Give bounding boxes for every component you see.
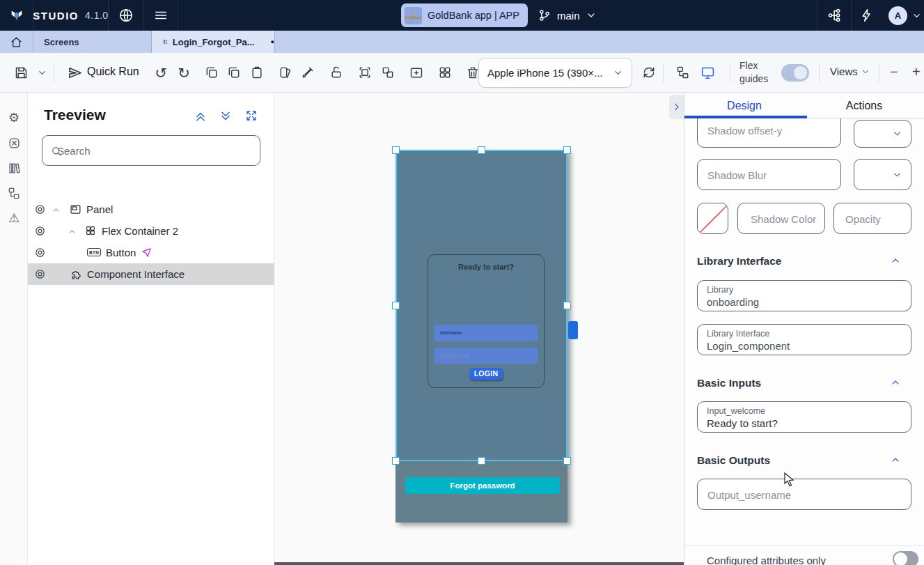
- selection-handle-e[interactable]: [563, 302, 571, 309]
- opacity-field[interactable]: Opacity: [833, 203, 911, 234]
- prototype-button[interactable]: [6, 134, 22, 151]
- forgot-password-button[interactable]: Forgot password: [405, 477, 560, 494]
- selection-handle-w[interactable]: [392, 302, 400, 309]
- home-tab[interactable]: [0, 31, 33, 53]
- styles-button[interactable]: [274, 61, 297, 84]
- visibility-eye-icon[interactable]: [34, 225, 46, 237]
- views-dropdown[interactable]: Views: [830, 65, 870, 77]
- paste-icon: [250, 65, 264, 79]
- warnings-button[interactable]: ⚠: [6, 210, 22, 226]
- main-menu-button[interactable]: [143, 0, 178, 31]
- section-collapse-button[interactable]: [890, 255, 901, 266]
- tab-login-forgot[interactable]: Login_Forgot_Pa... ●: [152, 31, 275, 53]
- library-interface-field[interactable]: Library Interface Login_component: [697, 324, 911, 355]
- tree-row-button[interactable]: BTN Button: [28, 242, 274, 263]
- app-selector[interactable]: ♛ GoldBank GoldBank app | APP: [401, 3, 528, 27]
- input-welcome-field[interactable]: Input_welcome Ready to start?: [697, 401, 911, 433]
- selected-component-interface[interactable]: Ready to start? Username Password LOGIN: [396, 150, 567, 461]
- collapse-all-button[interactable]: [194, 109, 207, 123]
- settings-button[interactable]: ⚙: [6, 109, 22, 126]
- library-field[interactable]: Library onboarding: [697, 280, 911, 311]
- design-canvas[interactable]: Ready to start? Username Password LOGIN …: [274, 93, 684, 565]
- tree-icon: [8, 187, 21, 200]
- ungroup-button[interactable]: [377, 61, 399, 84]
- visibility-eye-icon[interactable]: [34, 247, 46, 258]
- refresh-button[interactable]: [638, 61, 660, 84]
- treeview-panel: Treeview Panel Flex Container 2 BTN Butt…: [28, 93, 274, 565]
- tree-search[interactable]: [42, 135, 260, 166]
- lock-button[interactable]: [325, 61, 347, 84]
- welcome-text[interactable]: Ready to start?: [428, 263, 544, 271]
- visibility-eye-icon[interactable]: [34, 268, 46, 280]
- shadow-color-field[interactable]: Shadow Color: [737, 203, 825, 234]
- shadow-blur-field[interactable]: Shadow Blur: [697, 159, 841, 190]
- tree-row-flex-container[interactable]: Flex Container 2: [28, 220, 274, 242]
- visibility-eye-icon[interactable]: [34, 203, 46, 215]
- section-collapse-button[interactable]: [890, 454, 901, 465]
- events-button[interactable]: [856, 0, 877, 31]
- component-drag-handle[interactable]: [568, 321, 578, 339]
- design-properties-scroll[interactable]: Shadow offset-y Shadow Blur Shadow Color…: [684, 118, 924, 545]
- layers-button[interactable]: [6, 185, 22, 201]
- paste-button[interactable]: [246, 61, 268, 84]
- object-diagram-button[interactable]: [824, 0, 846, 31]
- expand-panel-button[interactable]: [245, 109, 259, 123]
- output-username-field[interactable]: Output_username: [697, 479, 911, 510]
- treeview-toggle-button[interactable]: [672, 61, 694, 84]
- components-button[interactable]: [434, 61, 456, 84]
- password-input[interactable]: Password: [434, 348, 538, 364]
- tab-design[interactable]: Design: [684, 93, 804, 118]
- preview-mode-button[interactable]: [696, 61, 719, 84]
- screen-tab-bar: Screens Login_Forgot_Pa... ●: [0, 31, 924, 53]
- quick-run-label[interactable]: Quick Run: [87, 65, 139, 78]
- device-selector[interactable]: Apple iPhone 15 (390×...: [478, 58, 632, 88]
- save-options-button[interactable]: [31, 61, 53, 84]
- phone-screen-mockup[interactable]: Ready to start? Username Password LOGIN …: [396, 150, 567, 523]
- tree-row-component-interface[interactable]: Component Interface: [28, 263, 274, 285]
- duplicate-button[interactable]: [201, 61, 223, 84]
- search-input[interactable]: [57, 137, 256, 164]
- expand-all-button[interactable]: [219, 109, 233, 123]
- panel-collapse-button[interactable]: [669, 95, 684, 119]
- selection-handle-s[interactable]: [478, 457, 485, 465]
- configured-attributes-toggle[interactable]: [893, 551, 918, 565]
- hierarchy-icon: [827, 8, 843, 23]
- home-icon: [10, 36, 23, 49]
- shadow-color-swatch[interactable]: [697, 203, 728, 234]
- shadow-offset-y-unit-select[interactable]: [854, 120, 911, 148]
- brand-name: STUDIO: [33, 10, 79, 22]
- zoom-out-button[interactable]: −: [890, 64, 898, 80]
- branch-selector[interactable]: main: [538, 0, 597, 31]
- user-menu[interactable]: A: [888, 0, 922, 31]
- selection-handle-sw[interactable]: [392, 457, 400, 465]
- language-button[interactable]: [109, 0, 143, 31]
- studio-logo[interactable]: [0, 0, 33, 31]
- zoom-in-button[interactable]: +: [912, 64, 921, 80]
- add-container-button[interactable]: [405, 61, 428, 84]
- tree-row-panel[interactable]: Panel: [28, 199, 274, 220]
- format-painter-button[interactable]: [297, 61, 319, 84]
- collapse-chevron-icon[interactable]: [52, 206, 61, 215]
- quick-run-button[interactable]: [63, 61, 86, 84]
- library-button[interactable]: [6, 160, 22, 176]
- forgot-password-section[interactable]: Forgot password: [396, 461, 567, 523]
- shadow-offset-y-field[interactable]: Shadow offset-y: [697, 118, 841, 148]
- selection-handle-se[interactable]: [563, 457, 571, 465]
- undo-button[interactable]: ↺: [150, 61, 172, 84]
- login-button[interactable]: LOGIN: [469, 368, 503, 380]
- copy-button[interactable]: [223, 61, 245, 84]
- collapse-chevron-icon[interactable]: [68, 227, 77, 236]
- tab-actions[interactable]: Actions: [804, 93, 924, 118]
- shadow-blur-unit-select[interactable]: [854, 159, 911, 190]
- selection-handle-n[interactable]: [478, 146, 485, 154]
- avatar[interactable]: A: [888, 6, 907, 25]
- flex-guides-toggle[interactable]: [781, 64, 809, 82]
- group-button[interactable]: [354, 61, 376, 84]
- selection-handle-nw[interactable]: [392, 146, 400, 154]
- redo-button[interactable]: ↻: [173, 61, 195, 84]
- save-button[interactable]: [10, 61, 32, 84]
- tab-screens[interactable]: Screens: [33, 31, 152, 53]
- selection-handle-ne[interactable]: [563, 146, 571, 154]
- section-collapse-button[interactable]: [890, 377, 901, 388]
- username-input[interactable]: Username: [434, 325, 538, 341]
